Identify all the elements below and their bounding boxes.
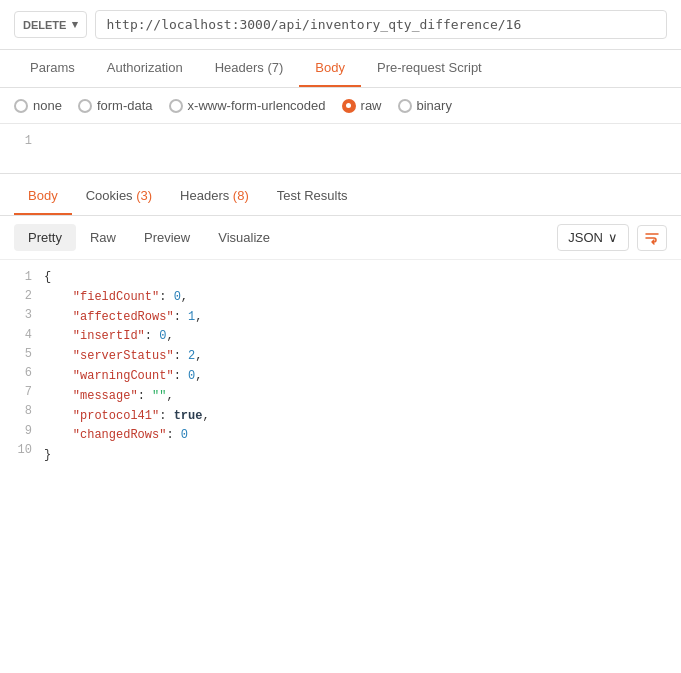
resp-tab-body[interactable]: Body xyxy=(14,178,72,215)
json-line-9: "changedRows": 0 xyxy=(44,426,667,446)
radio-form-data-circle xyxy=(78,99,92,113)
radio-form-data[interactable]: form-data xyxy=(78,98,153,113)
resp-tab-cookies[interactable]: Cookies (3) xyxy=(72,178,166,215)
method-label: DELETE xyxy=(23,19,66,31)
json-line-10: } xyxy=(44,446,667,466)
req-body-line1 xyxy=(44,132,667,152)
resp-tab-cookies-label: Cookies xyxy=(86,188,137,203)
radio-raw[interactable]: raw xyxy=(342,98,382,113)
resp-tab-cookies-badge: (3) xyxy=(136,188,152,203)
resp-tab-body-label: Body xyxy=(28,188,58,203)
tab-pre-request[interactable]: Pre-request Script xyxy=(361,50,498,87)
radio-binary-circle xyxy=(398,99,412,113)
tab-body[interactable]: Body xyxy=(299,50,361,87)
req-ln-1: 1 xyxy=(14,132,32,151)
request-body-content[interactable] xyxy=(44,132,667,165)
json-line-7: "message": "", xyxy=(44,387,667,407)
json-line-6: "warningCount": 0, xyxy=(44,367,667,387)
resp-json-content: { "fieldCount": 0, "affectedRows": 1, "i… xyxy=(44,268,667,466)
radio-raw-label: raw xyxy=(361,98,382,113)
resp-tab-test-results[interactable]: Test Results xyxy=(263,178,362,215)
method-select[interactable]: DELETE ▾ xyxy=(14,11,87,38)
response-tabs: Body Cookies (3) Headers (8) Test Result… xyxy=(0,178,681,216)
radio-binary[interactable]: binary xyxy=(398,98,452,113)
resp-tab-headers[interactable]: Headers (8) xyxy=(166,178,263,215)
method-chevron: ▾ xyxy=(72,18,78,31)
url-input[interactable] xyxy=(95,10,667,39)
response-body: 1 2 3 4 5 6 7 8 9 10 { "fieldCount": 0, … xyxy=(0,260,681,474)
sub-tab-preview[interactable]: Preview xyxy=(130,224,204,251)
radio-raw-circle xyxy=(342,99,356,113)
tab-authorization[interactable]: Authorization xyxy=(91,50,199,87)
tab-headers[interactable]: Headers (7) xyxy=(199,50,300,87)
resp-tab-test-label: Test Results xyxy=(277,188,348,203)
wrap-icon-button[interactable] xyxy=(637,225,667,251)
format-chevron: ∨ xyxy=(608,230,618,245)
resp-line-numbers: 1 2 3 4 5 6 7 8 9 10 xyxy=(14,268,44,466)
sub-tab-visualize[interactable]: Visualize xyxy=(204,224,284,251)
json-line-2: "fieldCount": 0, xyxy=(44,288,667,308)
tab-params[interactable]: Params xyxy=(14,50,91,87)
radio-none-circle xyxy=(14,99,28,113)
radio-urlencoded[interactable]: x-www-form-urlencoded xyxy=(169,98,326,113)
radio-urlencoded-label: x-www-form-urlencoded xyxy=(188,98,326,113)
top-tabs: Params Authorization Headers (7) Body Pr… xyxy=(0,50,681,88)
resp-tab-headers-label: Headers xyxy=(180,188,233,203)
sub-tab-raw[interactable]: Raw xyxy=(76,224,130,251)
request-body-editor: 1 xyxy=(0,124,681,174)
radio-none[interactable]: none xyxy=(14,98,62,113)
url-bar: DELETE ▾ xyxy=(0,0,681,50)
format-label: JSON xyxy=(568,230,603,245)
radio-none-label: none xyxy=(33,98,62,113)
json-line-1: { xyxy=(44,268,667,288)
radio-form-data-label: form-data xyxy=(97,98,153,113)
radio-urlencoded-circle xyxy=(169,99,183,113)
body-type-row: none form-data x-www-form-urlencoded raw… xyxy=(0,88,681,124)
json-line-5: "serverStatus": 2, xyxy=(44,347,667,367)
json-line-3: "affectedRows": 1, xyxy=(44,308,667,328)
resp-tab-headers-badge: (8) xyxy=(233,188,249,203)
format-select[interactable]: JSON ∨ xyxy=(557,224,629,251)
json-line-8: "protocol41": true, xyxy=(44,407,667,427)
request-line-numbers: 1 xyxy=(14,132,44,165)
sub-tab-pretty[interactable]: Pretty xyxy=(14,224,76,251)
sub-tabs-row: Pretty Raw Preview Visualize JSON ∨ xyxy=(0,216,681,260)
json-line-4: "insertId": 0, xyxy=(44,327,667,347)
radio-binary-label: binary xyxy=(417,98,452,113)
